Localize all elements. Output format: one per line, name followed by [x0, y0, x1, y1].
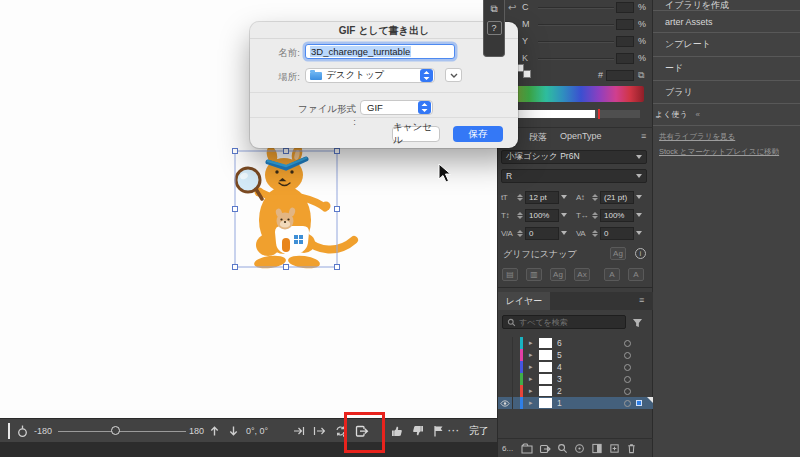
undo-icon[interactable]: ↩	[508, 2, 516, 13]
view-shared-libraries-link[interactable]: 共有ライブラリを見る	[659, 132, 794, 142]
filter-icon[interactable]	[632, 318, 643, 328]
expand-chevron-icon[interactable]: ▸	[529, 387, 533, 395]
layer-name[interactable]: 6	[557, 338, 562, 348]
layer-thumbnail[interactable]	[539, 386, 552, 396]
flag-icon[interactable]	[433, 419, 444, 443]
expand-chevron-icon[interactable]: ▸	[529, 363, 533, 371]
layer-thumbnail[interactable]	[539, 398, 552, 408]
chevron-down-icon[interactable]	[561, 231, 567, 235]
panel-menu-icon[interactable]: ≡	[639, 295, 644, 305]
copy-hex-icon[interactable]: ⧉	[638, 70, 644, 81]
layer-row[interactable]: ▸ 2	[498, 385, 653, 397]
location-stepper-icon[interactable]	[420, 69, 433, 82]
stroke-swatch[interactable]	[523, 70, 531, 78]
new-layer-icon[interactable]	[609, 443, 620, 454]
target-circle-icon[interactable]	[624, 352, 631, 359]
collect-for-export-icon[interactable]	[521, 443, 533, 454]
channel-value-field[interactable]	[616, 19, 634, 30]
font-family-dropdown[interactable]: 小塚ゴシック Pr6N	[501, 150, 647, 164]
export-selection-icon[interactable]	[539, 443, 551, 454]
target-circle-icon[interactable]	[624, 400, 631, 407]
tab-paragraph[interactable]: 段落	[529, 131, 547, 144]
search-input[interactable]	[519, 318, 619, 327]
horizontal-scale-control[interactable]: T↔ 100%	[576, 208, 642, 222]
snap-option-icon[interactable]: Ag	[550, 268, 566, 281]
vertical-scale-value[interactable]: 100%	[525, 209, 559, 222]
locate-object-icon[interactable]	[557, 443, 568, 454]
channel-value-field[interactable]	[616, 2, 634, 13]
vertical-scale-control[interactable]: T↕ 100%	[501, 208, 567, 222]
color-spectrum-bar[interactable]	[504, 86, 644, 102]
target-circle-icon[interactable]	[624, 364, 631, 371]
chevron-down-icon[interactable]	[561, 195, 567, 199]
layer-row[interactable]: ▸ 4	[498, 361, 653, 373]
expand-chevron-icon[interactable]: ▸	[529, 399, 533, 407]
target-icon[interactable]	[574, 443, 585, 454]
layer-name[interactable]: 2	[557, 386, 562, 396]
chevron-down-icon[interactable]	[636, 213, 642, 217]
channel-slider[interactable]	[538, 58, 614, 60]
expand-chevron-icon[interactable]: ▸	[529, 351, 533, 359]
snap-glyph-icon[interactable]: Ag	[610, 247, 626, 260]
tracking-control[interactable]: VA 0	[576, 226, 642, 240]
snap-option-icon[interactable]: Ax	[574, 268, 590, 281]
tracking-value[interactable]: 0	[600, 227, 634, 240]
layer-thumbnail[interactable]	[539, 350, 552, 360]
channel-slider[interactable]	[538, 7, 614, 9]
expand-chevron-icon[interactable]: ▸	[529, 339, 533, 347]
layer-thumbnail[interactable]	[539, 338, 552, 348]
font-size-control[interactable]: tT 12 pt	[501, 190, 567, 204]
font-size-value[interactable]: 12 pt	[525, 191, 559, 204]
stock-marketplace-link[interactable]: Stock とマーケットプレイスに移動	[659, 147, 794, 157]
clipping-mask-icon[interactable]	[591, 443, 603, 454]
menu-item[interactable]: ンプレート	[653, 33, 800, 57]
font-style-dropdown[interactable]: R	[501, 169, 647, 183]
layer-row[interactable]: ▸ 6	[498, 337, 653, 349]
help-button[interactable]: ?	[487, 21, 502, 35]
channel-slider[interactable]	[538, 41, 614, 43]
layer-name[interactable]: 5	[557, 350, 562, 360]
thumbs-down-icon[interactable]	[412, 419, 424, 443]
kerning-value[interactable]: 0	[525, 227, 559, 240]
visibility-toggle[interactable]	[498, 349, 513, 361]
leading-value[interactable]: (21 pt)	[600, 191, 634, 204]
hex-value-field[interactable]	[606, 70, 634, 81]
info-icon[interactable]: i	[635, 248, 646, 259]
menu-item[interactable]: ブラリ	[653, 81, 800, 104]
layer-row[interactable]: ▸ 5	[498, 349, 653, 361]
visibility-toggle[interactable]	[498, 373, 513, 385]
snap-option-icon[interactable]: A	[628, 268, 644, 281]
snap-option-icon[interactable]: ▥	[526, 268, 542, 281]
format-stepper-icon[interactable]	[418, 101, 431, 114]
layer-name[interactable]: 3	[557, 374, 562, 384]
channel-value-field[interactable]	[616, 53, 634, 64]
target-circle-icon[interactable]	[624, 340, 631, 347]
delete-layer-icon[interactable]	[626, 443, 637, 454]
snap-option-icon[interactable]: A	[604, 268, 620, 281]
layer-row[interactable]: ▸ 3	[498, 373, 653, 385]
menu-item[interactable]: イブラリを作成	[653, 0, 800, 11]
done-button[interactable]: 完了	[469, 419, 489, 443]
location-dropdown[interactable]: デスクトップ	[305, 68, 435, 83]
panel-menu-icon[interactable]: ≡	[641, 131, 646, 141]
save-button[interactable]: 保存	[453, 126, 503, 142]
layer-row-selected[interactable]: ▸ 1	[498, 397, 653, 409]
chevron-down-icon[interactable]	[636, 231, 642, 235]
goto-end-icon[interactable]	[293, 419, 305, 443]
rotation-slider-track[interactable]	[58, 431, 186, 432]
visibility-toggle[interactable]	[498, 397, 513, 409]
channel-value-field[interactable]	[616, 36, 634, 47]
thumbs-up-icon[interactable]	[391, 419, 403, 443]
layer-thumbnail[interactable]	[539, 362, 552, 372]
menu-item[interactable]: ード	[653, 57, 800, 81]
layers-search-field[interactable]	[502, 315, 626, 329]
expand-chevron-icon[interactable]: ▸	[529, 375, 533, 383]
more-options-icon[interactable]: ···	[448, 419, 460, 443]
format-dropdown[interactable]: GIF	[360, 100, 433, 115]
collapse-icon[interactable]: «	[696, 110, 700, 119]
location-expand-button[interactable]	[445, 68, 462, 82]
layer-name[interactable]: 1	[557, 398, 562, 408]
arrow-down-icon[interactable]	[228, 419, 239, 443]
visibility-toggle[interactable]	[498, 337, 513, 349]
chevron-down-icon[interactable]	[561, 213, 567, 217]
